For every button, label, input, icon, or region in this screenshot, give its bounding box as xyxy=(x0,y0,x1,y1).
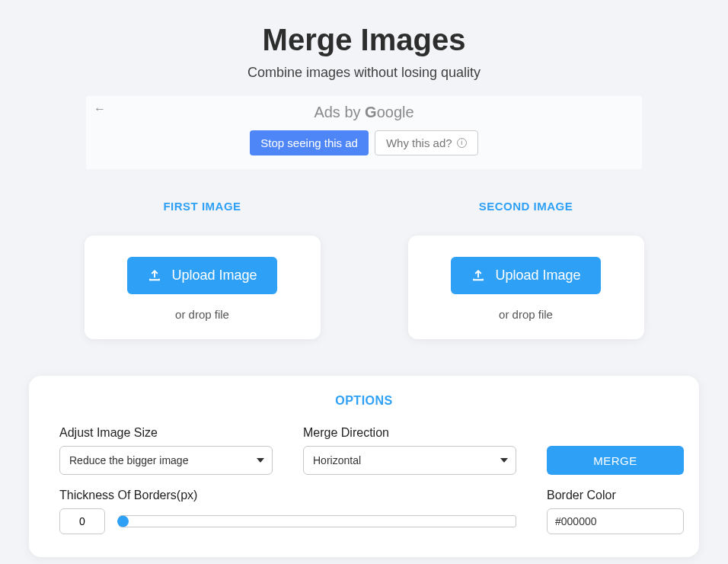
adjust-size-value: Reduce the bigger image xyxy=(69,454,188,466)
options-card: OPTIONS Adjust Image Size Reduce the big… xyxy=(29,376,699,557)
adjust-size-field: Adjust Image Size Reduce the bigger imag… xyxy=(59,426,273,475)
chevron-down-icon xyxy=(500,458,508,463)
thickness-field: Thickness Of Borders(px) xyxy=(59,489,516,534)
adjust-size-label: Adjust Image Size xyxy=(59,426,273,440)
merge-button-wrap: MERGE xyxy=(547,426,684,475)
ad-container: ← Ads by Google Stop seeing this ad Why … xyxy=(86,96,642,169)
ad-buttons-row: Stop seeing this ad Why this ad? i xyxy=(86,130,642,155)
merge-direction-field: Merge Direction Horizontal xyxy=(303,426,516,475)
merge-direction-value: Horizontal xyxy=(313,454,361,466)
merge-direction-select[interactable]: Horizontal xyxy=(303,446,516,475)
first-image-column: FIRST IMAGE Upload Image or drop file xyxy=(85,200,321,339)
thickness-slider[interactable] xyxy=(119,515,516,527)
upload-icon xyxy=(147,269,162,283)
stop-seeing-ad-button[interactable]: Stop seeing this ad xyxy=(250,130,369,155)
why-this-ad-button[interactable]: Why this ad? i xyxy=(375,130,478,155)
adjust-size-select[interactable]: Reduce the bigger image xyxy=(59,446,273,475)
merge-button[interactable]: MERGE xyxy=(547,446,684,475)
upload-first-image-label: Upload Image xyxy=(171,268,257,284)
upload-second-image-label: Upload Image xyxy=(495,268,580,284)
page-title: Merge Images xyxy=(0,23,728,57)
options-grid: Adjust Image Size Reduce the bigger imag… xyxy=(59,426,669,534)
second-drop-text: or drop file xyxy=(423,308,629,321)
merge-direction-label: Merge Direction xyxy=(303,426,516,440)
google-logo-text: G xyxy=(365,104,377,120)
border-color-input-wrap[interactable] xyxy=(547,508,684,534)
thickness-label: Thickness Of Borders(px) xyxy=(59,489,516,502)
info-icon: i xyxy=(457,138,467,148)
google-rest: oogle xyxy=(377,104,414,120)
why-this-ad-label: Why this ad? xyxy=(386,136,452,149)
second-image-column: SECOND IMAGE Upload Image or drop file xyxy=(408,200,644,339)
border-color-field: Border Color xyxy=(547,489,684,534)
page-subtitle: Combine images without losing quality xyxy=(0,65,728,81)
border-color-label: Border Color xyxy=(547,489,684,502)
uploads-row: FIRST IMAGE Upload Image or drop file SE… xyxy=(0,200,728,339)
second-image-card[interactable]: Upload Image or drop file xyxy=(408,236,644,339)
ads-by-label: Ads by Google xyxy=(86,104,642,121)
first-drop-text: or drop file xyxy=(100,308,305,321)
ads-by-prefix: Ads by xyxy=(314,104,365,120)
first-image-card[interactable]: Upload Image or drop file xyxy=(85,236,321,339)
ad-back-icon[interactable]: ← xyxy=(94,102,106,116)
upload-icon xyxy=(471,269,486,283)
first-image-label: FIRST IMAGE xyxy=(85,200,321,213)
thickness-controls xyxy=(59,508,516,534)
second-image-label: SECOND IMAGE xyxy=(408,200,644,213)
options-title: OPTIONS xyxy=(59,394,669,408)
thickness-input[interactable] xyxy=(59,508,105,534)
border-color-input[interactable] xyxy=(555,515,688,527)
upload-first-image-button[interactable]: Upload Image xyxy=(127,257,276,294)
chevron-down-icon xyxy=(257,458,264,463)
upload-second-image-button[interactable]: Upload Image xyxy=(451,257,600,294)
slider-thumb[interactable] xyxy=(117,516,129,527)
